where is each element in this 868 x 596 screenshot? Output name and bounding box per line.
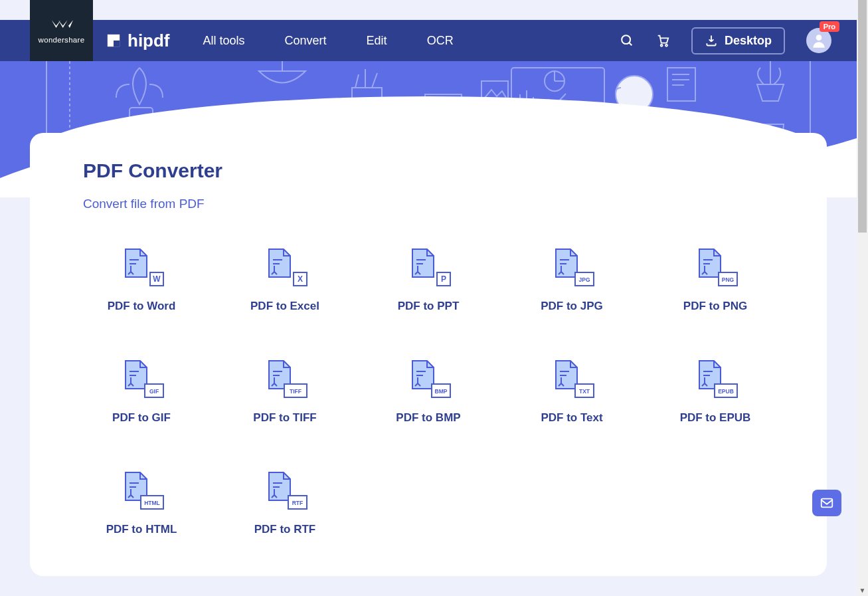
tool-icon-pdf-to-word: W [122,248,161,285]
tool-pdf-to-html[interactable]: HTML PDF to HTML [83,471,200,536]
tool-icon-pdf-to-png: PNG [695,248,735,285]
avatar-icon [810,32,827,49]
tool-pdf-to-excel[interactable]: X PDF to Excel [226,248,343,313]
tool-label: PDF to GIF [112,411,171,425]
svg-point-5 [665,45,667,47]
tool-pdf-to-tiff[interactable]: TIFF PDF to TIFF [226,359,343,425]
nav-edit[interactable]: Edit [367,34,387,48]
user-account-button[interactable]: Pro [806,28,831,53]
tool-pdf-to-text[interactable]: TXT PDF to Text [513,359,630,425]
svg-text:W: W [153,274,161,284]
svg-point-4 [661,45,663,47]
svg-point-2 [622,35,630,44]
svg-line-9 [355,74,359,88]
download-icon [705,34,718,47]
svg-rect-1 [114,41,120,47]
tool-icon-pdf-to-rtf: RTF [265,471,305,508]
vertical-scrollbar[interactable]: ▲ ▼ [857,0,868,596]
svg-text:P: P [441,274,446,284]
tool-label: PDF to BMP [396,411,460,425]
wondershare-brand-badge[interactable]: wondershare [30,0,93,61]
search-icon [620,33,634,48]
svg-text:HTML: HTML [144,500,160,506]
tool-label: PDF to EPUB [680,411,751,425]
nav-ocr[interactable]: OCR [427,34,454,48]
tool-label: PDF to PNG [683,300,747,313]
main-nav: All tools Convert Edit OCR [203,34,454,48]
svg-rect-85 [822,499,833,508]
nav-all-tools[interactable]: All tools [203,34,245,48]
feedback-mail-button[interactable] [812,490,841,516]
tool-label: PDF to HTML [106,523,177,536]
cart-button[interactable] [655,33,670,48]
cart-icon [655,33,670,48]
svg-text:RTF: RTF [292,500,304,506]
tool-pdf-to-bmp[interactable]: BMP PDF to BMP [370,359,487,425]
main-header: hipdf All tools Convert Edit OCR Desktop… [0,20,857,61]
tool-pdf-to-ppt[interactable]: P PDF to PPT [370,248,487,313]
svg-text:PNG: PNG [722,276,735,283]
svg-point-6 [816,35,822,41]
tool-icon-pdf-to-tiff: TIFF [265,359,305,397]
tool-label: PDF to PPT [398,300,460,313]
tool-pdf-to-gif[interactable]: GIF PDF to GIF [83,359,200,425]
page-subtitle: Convert file from PDF [83,197,774,211]
tool-icon-pdf-to-gif: GIF [122,359,161,397]
tool-pdf-to-rtf[interactable]: RTF PDF to RTF [226,471,343,536]
mail-icon [820,496,834,510]
tool-pdf-to-word[interactable]: W PDF to Word [83,248,200,313]
tool-label: PDF to JPG [541,300,603,313]
tool-label: PDF to Excel [250,300,319,313]
tool-pdf-to-jpg[interactable]: JPG PDF to JPG [513,248,630,313]
svg-text:JPG: JPG [578,276,590,283]
svg-text:BMP: BMP [435,388,448,395]
tool-label: PDF to Text [541,411,602,425]
hipdf-logo-icon [106,33,121,48]
pro-badge: Pro [820,21,839,32]
tool-icon-pdf-to-ppt: P [408,248,448,285]
svg-line-11 [372,73,377,88]
tool-icon-pdf-to-excel: X [265,248,305,285]
scroll-thumb[interactable] [858,0,867,233]
svg-line-3 [629,43,632,45]
svg-text:EPUB: EPUB [718,388,734,395]
wondershare-brand-text: wondershare [39,36,85,44]
tool-icon-pdf-to-bmp: BMP [408,359,448,397]
tool-icon-pdf-to-epub: EPUB [695,359,735,397]
tool-grid: W PDF to Word X PDF to Excel P PDF to PP… [83,248,774,536]
tool-icon-pdf-to-html: HTML [122,471,161,508]
scroll-down-arrow-icon[interactable]: ▼ [857,585,868,596]
hipdf-logo-text: hipdf [128,31,170,51]
page-title: PDF Converter [83,159,774,182]
tool-label: PDF to TIFF [253,411,316,425]
hipdf-logo[interactable]: hipdf [106,31,170,51]
svg-text:X: X [298,274,303,284]
nav-convert[interactable]: Convert [285,34,327,48]
desktop-button[interactable]: Desktop [691,27,785,54]
tool-pdf-to-png[interactable]: PNG PDF to PNG [657,248,774,313]
tool-label: PDF to Word [108,300,176,313]
svg-text:GIF: GIF [149,388,159,395]
tool-icon-pdf-to-jpg: JPG [552,248,592,285]
desktop-button-label: Desktop [725,34,772,48]
converter-card: PDF Converter Convert file from PDF W PD… [30,133,827,576]
svg-text:TIFF: TIFF [290,388,302,395]
tool-label: PDF to RTF [254,523,316,536]
header-right: Desktop Pro [620,27,857,54]
search-button[interactable] [620,33,634,48]
wondershare-logo-icon [50,17,73,32]
tool-pdf-to-epub[interactable]: EPUB PDF to EPUB [657,359,774,425]
svg-text:TXT: TXT [579,388,590,395]
tool-icon-pdf-to-text: TXT [552,359,592,397]
